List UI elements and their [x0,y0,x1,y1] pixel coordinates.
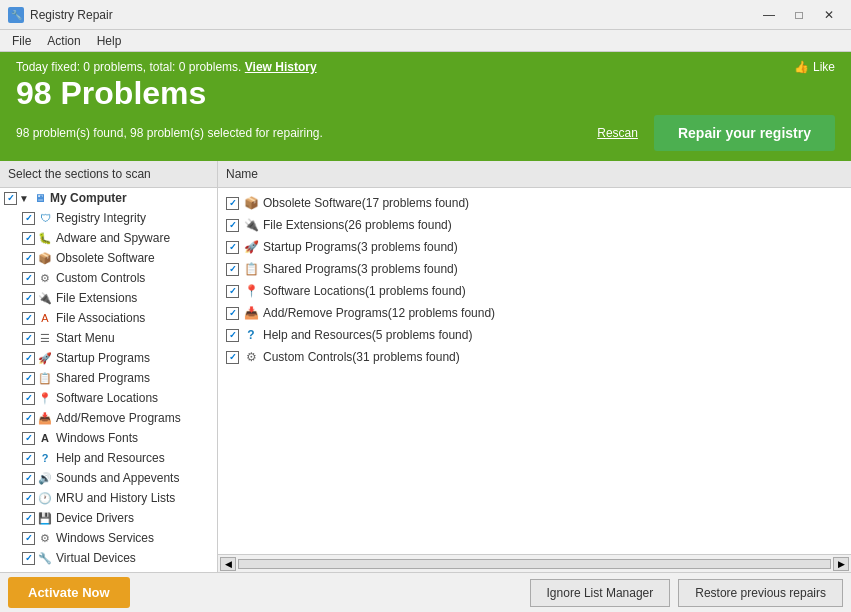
left-panel: Select the sections to scan ▼ 🖥 My Compu… [0,161,218,572]
check-result-obsolete[interactable] [226,197,239,210]
check-file-associations[interactable] [22,312,35,325]
like-button[interactable]: 👍 Like [794,60,835,74]
addremove-icon: 📥 [37,410,53,426]
check-virtual[interactable] [22,552,35,565]
result-item-software-loc[interactable]: 📍 Software Locations(1 problems found) [218,280,851,302]
check-startup[interactable] [22,352,35,365]
label-startup: Startup Programs [56,351,150,365]
tree-item-device-drivers[interactable]: 💾 Device Drivers [18,508,217,528]
horizontal-scrollbar[interactable]: ◀ ▶ [218,554,851,572]
result-icon-help: ? [243,327,259,343]
tree-item-software-locations[interactable]: 📍 Software Locations [18,388,217,408]
result-item-file-ext[interactable]: 🔌 File Extensions(26 problems found) [218,214,851,236]
check-services[interactable] [22,532,35,545]
check-result-help[interactable] [226,329,239,342]
menu-action[interactable]: Action [39,32,88,50]
check-fonts[interactable] [22,432,35,445]
tree-item-windows-fonts[interactable]: A Windows Fonts [18,428,217,448]
tree-item-registry-integrity[interactable]: 🛡 Registry Integrity [18,208,217,228]
tree-item-file-extensions[interactable]: 🔌 File Extensions [18,288,217,308]
view-history-link[interactable]: View History [245,60,317,74]
check-shared[interactable] [22,372,35,385]
maximize-button[interactable]: □ [785,5,813,25]
result-item-startup[interactable]: 🚀 Startup Programs(3 problems found) [218,236,851,258]
tree-container[interactable]: ▼ 🖥 My Computer 🛡 Registry Integrity 🐛 A… [0,188,217,572]
check-mru[interactable] [22,492,35,505]
result-text-shared: Shared Programs(3 problems found) [263,262,458,276]
check-add-remove[interactable] [22,412,35,425]
tree-item-mru[interactable]: 🕐 MRU and History Lists [18,488,217,508]
tree-item-windows-services[interactable]: ⚙ Windows Services [18,528,217,548]
result-text-obsolete: Obsolete Software(17 problems found) [263,196,469,210]
result-icon-obsolete: 📦 [243,195,259,211]
label-help: Help and Resources [56,451,165,465]
check-software-loc[interactable] [22,392,35,405]
rocket-icon: 🚀 [37,350,53,366]
check-obsolete[interactable] [22,252,35,265]
result-item-help[interactable]: ? Help and Resources(5 problems found) [218,324,851,346]
services-icon: ⚙ [37,530,53,546]
close-button[interactable]: ✕ [815,5,843,25]
check-result-startup[interactable] [226,241,239,254]
tree-item-my-computer[interactable]: ▼ 🖥 My Computer [0,188,217,208]
label-my-computer: My Computer [50,191,127,205]
result-item-shared[interactable]: 📋 Shared Programs(3 problems found) [218,258,851,280]
tree-item-obsolete[interactable]: 📦 Obsolete Software [18,248,217,268]
minimize-button[interactable]: — [755,5,783,25]
check-result-software-loc[interactable] [226,285,239,298]
check-custom-controls[interactable] [22,272,35,285]
tree-item-shared-programs[interactable]: 📋 Shared Programs [18,368,217,388]
check-start-menu[interactable] [22,332,35,345]
result-text-file-ext: File Extensions(26 problems found) [263,218,452,232]
result-item-obsolete[interactable]: 📦 Obsolete Software(17 problems found) [218,192,851,214]
check-result-shared[interactable] [226,263,239,276]
tree-item-startup-programs[interactable]: 🚀 Startup Programs [18,348,217,368]
check-result-custom[interactable] [226,351,239,364]
problems-subtitle: 98 problem(s) found, 98 problem(s) selec… [16,126,323,140]
result-text-custom: Custom Controls(31 problems found) [263,350,460,364]
tree-item-file-associations[interactable]: A File Associations [18,308,217,328]
menu-file[interactable]: File [4,32,39,50]
rescan-link[interactable]: Rescan [597,126,638,140]
result-text-addremove: Add/Remove Programs(12 problems found) [263,306,495,320]
results-list: 📦 Obsolete Software(17 problems found) 🔌… [218,188,851,554]
check-adware[interactable] [22,232,35,245]
ignore-list-button[interactable]: Ignore List Manager [530,579,671,607]
result-item-custom-controls[interactable]: ⚙ Custom Controls(31 problems found) [218,346,851,368]
restore-repairs-button[interactable]: Restore previous repairs [678,579,843,607]
check-help[interactable] [22,452,35,465]
footer: Activate Now Ignore List Manager Restore… [0,572,851,612]
label-custom-controls: Custom Controls [56,271,145,285]
check-registry-integrity[interactable] [22,212,35,225]
tree-item-add-remove[interactable]: 📥 Add/Remove Programs [18,408,217,428]
scroll-track[interactable] [238,559,831,569]
scroll-right-button[interactable]: ▶ [833,557,849,571]
result-icon-software-loc: 📍 [243,283,259,299]
tree-item-custom-controls[interactable]: ⚙ Custom Controls [18,268,217,288]
check-result-file-ext[interactable] [226,219,239,232]
tree-item-start-menu[interactable]: ☰ Start Menu [18,328,217,348]
check-my-computer[interactable] [4,192,17,205]
tree-item-virtual-devices[interactable]: 🔧 Virtual Devices [18,548,217,568]
check-sounds[interactable] [22,472,35,485]
check-drivers[interactable] [22,512,35,525]
check-file-extensions[interactable] [22,292,35,305]
result-icon-startup: 🚀 [243,239,259,255]
repair-button[interactable]: Repair your registry [654,115,835,151]
share-icon: 📋 [37,370,53,386]
result-icon-custom: ⚙ [243,349,259,365]
left-panel-header: Select the sections to scan [0,161,217,188]
tree-item-adware[interactable]: 🐛 Adware and Spyware [18,228,217,248]
expand-arrow-my-computer[interactable]: ▼ [19,193,29,204]
assoc-icon: A [37,310,53,326]
check-result-addremove[interactable] [226,307,239,320]
result-item-addremove[interactable]: 📥 Add/Remove Programs(12 problems found) [218,302,851,324]
main-content: Select the sections to scan ▼ 🖥 My Compu… [0,161,851,572]
tree-item-help-resources[interactable]: ? Help and Resources [18,448,217,468]
scroll-left-button[interactable]: ◀ [220,557,236,571]
label-file-extensions: File Extensions [56,291,137,305]
menu-help[interactable]: Help [89,32,130,50]
label-file-associations: File Associations [56,311,145,325]
activate-button[interactable]: Activate Now [8,577,130,608]
tree-item-sounds[interactable]: 🔊 Sounds and Appevents [18,468,217,488]
